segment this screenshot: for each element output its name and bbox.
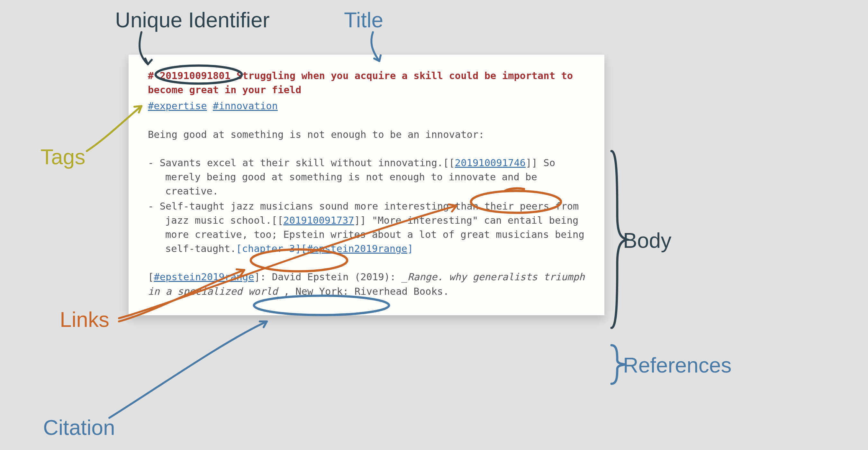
- citation-bracket-close: ]: [407, 243, 413, 254]
- label-unique-identifier: Unique Identifier: [115, 8, 270, 32]
- label-title: Title: [344, 8, 383, 32]
- ref-open: [: [148, 271, 154, 283]
- label-references: References: [623, 353, 732, 377]
- note-title: # 201910091801 Struggling when you acqui…: [148, 69, 588, 97]
- tag-innovation[interactable]: #innovation: [213, 100, 278, 111]
- note-card: # 201910091801 Struggling when you acqui…: [129, 55, 604, 315]
- tag-expertise[interactable]: #expertise: [148, 100, 207, 111]
- bullet-list: - Savants excel at their skill without i…: [148, 156, 588, 256]
- ref-after-key: ]: David Epstein (2019):: [254, 271, 402, 283]
- note-tags: #expertise #innovation: [148, 99, 588, 113]
- label-links: Links: [60, 307, 109, 332]
- ref-key[interactable]: #epstein2019range: [154, 271, 254, 283]
- note-uid: 201910091801: [160, 70, 230, 81]
- arrow-citation: [109, 321, 267, 418]
- bullet-1: - Savants excel at their skill without i…: [148, 156, 588, 199]
- link-201910091737[interactable]: 201910091737: [283, 215, 354, 226]
- label-citation: Citation: [43, 415, 115, 440]
- title-hash: #: [148, 70, 160, 81]
- note-references: [#epstein2019range]: David Epstein (2019…: [148, 270, 588, 298]
- bullet-1-pre: - Savants excel at their skill without i…: [148, 157, 455, 168]
- label-tags: Tags: [40, 144, 85, 169]
- ref-tail: , New York: Riverhead Books.: [283, 286, 449, 297]
- bullet-2: - Self-taught jazz musicians sound more …: [148, 199, 588, 256]
- diagram-stage: Unique Identifier Title Tags Body Links …: [0, 0, 868, 450]
- note-body: Being good at something is not enough to…: [148, 128, 588, 299]
- citation-link[interactable]: #epstein2019range: [307, 243, 407, 254]
- link-201910091746[interactable]: 201910091746: [455, 157, 526, 168]
- label-body: Body: [623, 228, 671, 253]
- body-intro: Being good at something is not enough to…: [148, 128, 588, 142]
- citation-bracket-open: [chapter 3][: [236, 243, 307, 254]
